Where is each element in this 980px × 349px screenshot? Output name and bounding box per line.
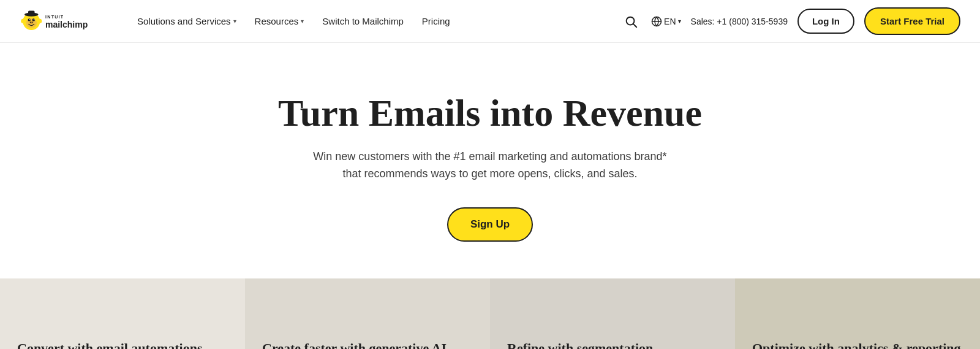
- svg-line-16: [633, 24, 636, 27]
- hero-section: Turn Emails into Revenue Win new custome…: [0, 43, 980, 278]
- start-trial-button[interactable]: Start Free Trial: [864, 7, 960, 35]
- search-button[interactable]: [620, 11, 641, 32]
- nav-solutions[interactable]: Solutions and Services ▾: [130, 11, 244, 31]
- lang-chevron-icon: ▾: [678, 18, 681, 25]
- nav-links: Solutions and Services ▾ Resources ▾ Swi…: [130, 11, 620, 31]
- hero-title: Turn Emails into Revenue: [278, 92, 702, 134]
- svg-point-6: [29, 21, 33, 23]
- feature-tile-ai[interactable]: Create faster with generative AI: [245, 278, 490, 349]
- svg-point-3: [32, 18, 35, 21]
- chevron-down-icon: ▾: [301, 18, 304, 25]
- chevron-down-icon: ▾: [233, 18, 236, 25]
- feature-tile-text: Create faster with generative AI: [262, 340, 447, 349]
- lang-label: EN: [664, 17, 676, 26]
- svg-point-5: [34, 18, 35, 20]
- svg-point-2: [28, 18, 31, 21]
- logo[interactable]: INTUIT mailchimp: [20, 8, 105, 35]
- nav-pricing[interactable]: Pricing: [415, 11, 458, 31]
- feature-tile-text: Optimize with analytics & reporting: [752, 340, 961, 349]
- feature-tile-segmentation[interactable]: Refine with segmentation: [490, 278, 735, 349]
- nav-switch[interactable]: Switch to Mailchimp: [315, 11, 411, 31]
- nav-right: EN ▾ Sales: +1 (800) 315-5939 Log In Sta…: [620, 7, 960, 35]
- svg-rect-10: [28, 10, 35, 15]
- sales-phone: Sales: +1 (800) 315-5939: [691, 17, 788, 26]
- svg-point-4: [29, 18, 31, 20]
- svg-point-12: [38, 18, 42, 23]
- feature-tile-text: Convert with email automations: [17, 340, 202, 349]
- login-button[interactable]: Log In: [797, 9, 854, 34]
- main-nav: INTUIT mailchimp Solutions and Services …: [0, 0, 980, 43]
- svg-point-8: [32, 21, 33, 23]
- feature-tile-analytics[interactable]: Optimize with analytics & reporting: [735, 278, 980, 349]
- svg-point-7: [30, 21, 31, 23]
- feature-tiles: Convert with email automations Create fa…: [0, 278, 980, 349]
- nav-resources[interactable]: Resources ▾: [247, 11, 312, 31]
- feature-tile-automations[interactable]: Convert with email automations: [0, 278, 245, 349]
- language-selector[interactable]: EN ▾: [651, 16, 680, 27]
- signup-button[interactable]: Sign Up: [447, 207, 533, 242]
- svg-point-11: [21, 18, 24, 23]
- feature-tile-text: Refine with segmentation: [507, 340, 653, 349]
- svg-text:INTUIT: INTUIT: [45, 14, 64, 18]
- svg-text:mailchimp: mailchimp: [45, 19, 88, 29]
- hero-subtitle: Win new customers with the #1 email mark…: [306, 148, 674, 183]
